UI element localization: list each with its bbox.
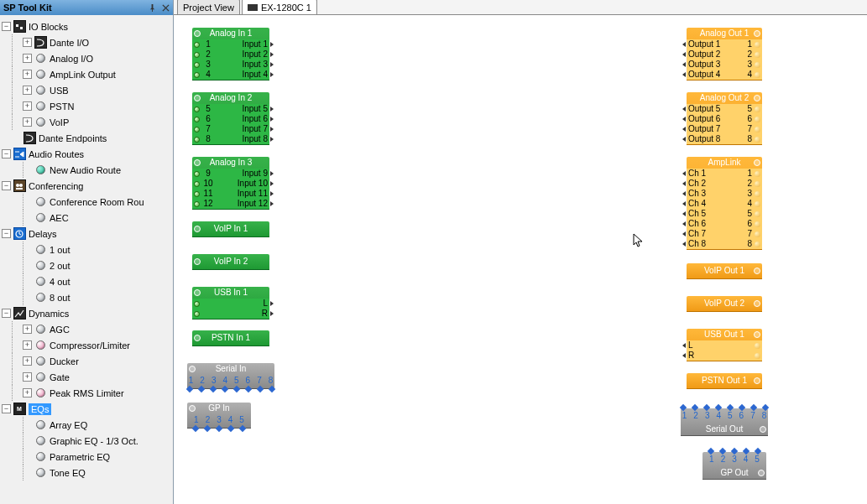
collapse-icon[interactable]: − — [2, 149, 11, 158]
expand-icon[interactable]: + — [23, 86, 32, 95]
design-canvas[interactable]: Analog In 11Input 12Input 23Input 34Inpu… — [174, 15, 867, 504]
expand-icon[interactable]: + — [23, 101, 32, 111]
tree-node-4out[interactable]: 4 out — [0, 273, 173, 289]
port-row[interactable]: Ch 66 — [687, 219, 762, 229]
tree-node-conf-room[interactable]: Conference Room Rou — [0, 194, 173, 210]
port-row[interactable]: 11Input 11 — [192, 189, 269, 199]
expand-icon[interactable]: + — [23, 38, 32, 47]
collapse-icon[interactable]: − — [2, 404, 11, 413]
port-row[interactable]: 2Input 2 — [192, 49, 269, 60]
port-row[interactable]: R — [192, 309, 269, 319]
port-row[interactable]: Ch 11 — [687, 169, 762, 179]
collapse-icon[interactable]: − — [2, 22, 11, 31]
port-row[interactable]: 7Input 7 — [192, 124, 269, 134]
block-voip-in-1[interactable]: VoIP In 1 — [192, 221, 269, 236]
port-row[interactable]: Output 88 — [687, 134, 762, 144]
tree-node-usb[interactable]: + USB — [0, 82, 173, 98]
port-row[interactable]: Ch 77 — [687, 229, 762, 239]
tree-node-tone-eq[interactable]: Tone EQ — [0, 465, 173, 481]
port-row[interactable]: 8Input 8 — [192, 134, 269, 144]
expand-icon[interactable]: + — [23, 372, 32, 382]
port-row[interactable]: 4Input 4 — [192, 70, 269, 80]
tree-node-io-blocks[interactable]: − IO Blocks — [0, 18, 173, 34]
close-icon[interactable] — [161, 3, 170, 12]
port-row[interactable]: 3Input 3 — [192, 60, 269, 70]
block-pstn-in-1[interactable]: PSTN In 1 — [192, 330, 269, 346]
port-row[interactable]: 1Input 1 — [192, 39, 269, 49]
tree-node-peak[interactable]: +Peak RMS Limiter — [0, 385, 173, 401]
block-analog-in-3[interactable]: Analog In 39Input 910Input 1011Input 111… — [192, 157, 269, 209]
tree-node-audio-routes[interactable]: − Audio Routes — [0, 146, 173, 162]
port-row[interactable]: 9Input 9 — [192, 169, 269, 179]
expand-icon[interactable]: + — [23, 356, 32, 366]
block-serial-in[interactable]: Serial In12345678 — [187, 363, 274, 388]
tree-node-parametric-eq[interactable]: Parametric EQ — [0, 449, 173, 465]
block-analog-in-1[interactable]: Analog In 11Input 12Input 23Input 34Inpu… — [192, 28, 269, 80]
block-serial-out[interactable]: 12345678Serial Out — [681, 408, 768, 435]
port-row[interactable]: 6Input 6 — [192, 114, 269, 124]
expand-icon[interactable]: + — [23, 340, 32, 350]
tree-node-aec[interactable]: AEC — [0, 210, 173, 226]
tree-node-new-audio-route[interactable]: New Audio Route — [0, 162, 173, 178]
block-pstn-out-1[interactable]: PSTN Out 1 — [687, 373, 762, 388]
expand-icon[interactable]: + — [23, 117, 32, 127]
tree-node-ducker[interactable]: +Ducker — [0, 353, 173, 369]
tab-device[interactable]: EX-1280C 1 — [242, 0, 317, 14]
block-analog-out-1[interactable]: Analog Out 1Output 11Output 22Output 33O… — [687, 28, 762, 80]
port-row[interactable]: 10Input 10 — [192, 179, 269, 189]
port-row[interactable]: 12Input 12 — [192, 199, 269, 209]
port-row[interactable]: Ch 44 — [687, 199, 762, 209]
tree-node-array-eq[interactable]: Array EQ — [0, 417, 173, 433]
tree-node-conferencing[interactable]: − Conferencing — [0, 178, 173, 194]
pin-icon[interactable] — [148, 3, 156, 12]
tree-node-8out[interactable]: 8 out — [0, 289, 173, 305]
block-usb-out-1[interactable]: USB Out 1LR — [687, 329, 762, 361]
block-analog-out-2[interactable]: Analog Out 2Output 55Output 66Output 77O… — [687, 92, 762, 144]
expand-icon[interactable]: + — [23, 388, 32, 397]
tree-node-amplink-output[interactable]: + AmpLink Output — [0, 66, 173, 82]
tree-node-voip[interactable]: + VoIP — [0, 114, 173, 130]
tab-project-view[interactable]: Project View — [177, 0, 240, 14]
port-row[interactable]: L — [687, 340, 762, 351]
port-row[interactable]: Ch 22 — [687, 179, 762, 189]
port-row[interactable]: Ch 88 — [687, 239, 762, 249]
block-gp-out[interactable]: 12345GP Out — [702, 452, 766, 479]
block-voip-out-2[interactable]: VoIP Out 2 — [687, 296, 762, 311]
block-voip-out-1[interactable]: VoIP Out 1 — [687, 263, 762, 278]
expand-icon[interactable]: + — [23, 70, 32, 79]
tree-node-comp[interactable]: +Compressor/Limiter — [0, 337, 173, 353]
tree-node-eqs[interactable]: − M EQs — [0, 401, 173, 417]
port-row[interactable]: Output 55 — [687, 104, 762, 114]
port-row[interactable]: Ch 33 — [687, 189, 762, 199]
expand-icon[interactable]: + — [23, 54, 32, 63]
tree-node-dante-endpoints[interactable]: Dante Endpoints — [0, 130, 173, 146]
tree-node-delays[interactable]: − Delays — [0, 226, 173, 242]
port-row[interactable]: Output 33 — [687, 60, 762, 70]
tree-node-2out[interactable]: 2 out — [0, 257, 173, 273]
block-usb-in-1[interactable]: USB In 1LR — [192, 287, 269, 319]
port-row[interactable]: R — [687, 351, 762, 361]
tree-node-1out[interactable]: 1 out — [0, 242, 173, 257]
port-row[interactable]: 5Input 5 — [192, 104, 269, 114]
tree-node-graphic-eq[interactable]: Graphic EQ - 1/3 Oct. — [0, 433, 173, 449]
tree-node-dante-io[interactable]: + Dante I/O — [0, 34, 173, 50]
port-row[interactable]: Output 11 — [687, 39, 762, 49]
collapse-icon[interactable]: − — [2, 229, 11, 238]
collapse-icon[interactable]: − — [2, 309, 11, 318]
port-row[interactable]: Output 44 — [687, 70, 762, 80]
block-amplink[interactable]: AmpLinkCh 11Ch 22Ch 33Ch 44Ch 55Ch 66Ch … — [687, 157, 762, 249]
port-row[interactable]: Ch 55 — [687, 209, 762, 219]
port-row[interactable]: Output 66 — [687, 114, 762, 124]
port-row[interactable]: L — [192, 299, 269, 309]
block-analog-in-2[interactable]: Analog In 25Input 56Input 67Input 78Inpu… — [192, 92, 269, 144]
block-gp-in[interactable]: GP In12345 — [187, 403, 251, 428]
block-voip-in-2[interactable]: VoIP In 2 — [192, 254, 269, 269]
tree-node-gate[interactable]: +Gate — [0, 369, 173, 385]
port-row[interactable]: Output 22 — [687, 49, 762, 60]
tree-node-dynamics[interactable]: − Dynamics — [0, 305, 173, 321]
tree-node-pstn[interactable]: + PSTN — [0, 98, 173, 114]
tree-node-agc[interactable]: +AGC — [0, 321, 173, 337]
tree-node-analog-io[interactable]: + Analog I/O — [0, 50, 173, 66]
port-row[interactable]: Output 77 — [687, 124, 762, 134]
collapse-icon[interactable]: − — [2, 181, 11, 190]
